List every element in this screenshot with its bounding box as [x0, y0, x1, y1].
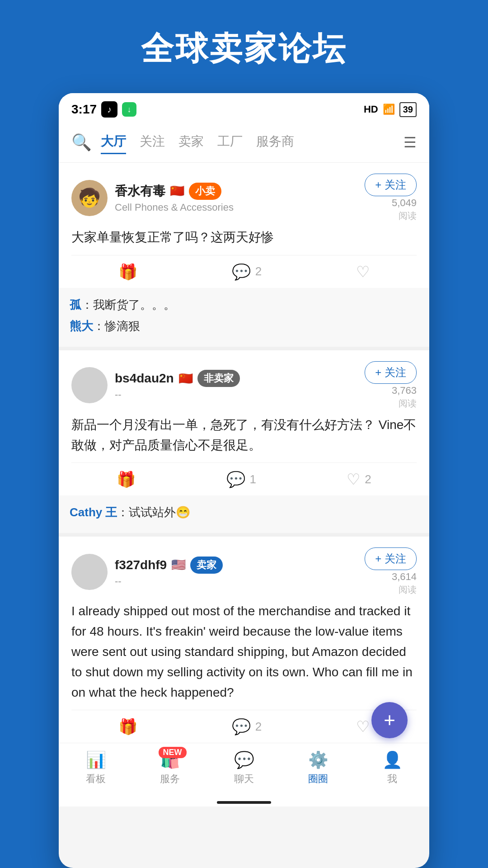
post-1-read-label: 阅读 — [399, 210, 417, 222]
post-1: 🧒 香水有毒 🇨🇳 小卖 Cell Phones & Accessories +… — [59, 163, 429, 350]
gift-icon-2: 🎁 — [117, 470, 136, 488]
kanban-icon: 📊 — [86, 750, 106, 769]
post-3-comment-btn[interactable]: 💬 2 — [232, 717, 262, 736]
notification-dot: ↓ — [122, 102, 136, 117]
post-1-follow-btn[interactable]: + 关注 — [365, 174, 417, 196]
comment-1-2-user: 熊大 — [70, 319, 93, 333]
post-3-username: f327dhf9 — [115, 558, 167, 572]
post-3-badge: 卖家 — [190, 557, 223, 574]
post-3-header: f327dhf9 🇺🇸 卖家 -- + 关注 3,614 阅读 — [71, 547, 417, 596]
status-time: 3:17 — [71, 102, 97, 117]
nav-tabs: 大厅 关注 卖家 工厂 服务商 — [101, 130, 399, 154]
fab-button[interactable]: + — [371, 702, 408, 738]
post-2-header: bs4dau2n 🇨🇳 非卖家 -- + 关注 3,763 阅读 — [71, 361, 417, 410]
comment-1-1-text: 我断货了。。。 — [93, 298, 175, 311]
post-2-like-btn[interactable]: ♡ 2 — [347, 470, 371, 488]
post-1-comments: 孤：我断货了。。。 熊大：惨滴狠 — [59, 288, 429, 347]
post-2-badge: 非卖家 — [197, 370, 240, 387]
post-3-gift-btn[interactable]: 🎁 — [118, 717, 137, 736]
bottom-nav-chat[interactable]: 💬 聊天 — [234, 750, 254, 786]
home-indicator — [217, 801, 271, 804]
chat-icon: 💬 — [234, 750, 254, 769]
status-right: HD 📶 39 — [364, 102, 417, 117]
comment-2-1-text: 试试站外😁 — [129, 505, 190, 519]
comment-1-1-user: 孤 — [70, 298, 81, 311]
battery-indicator: 39 — [399, 102, 417, 117]
post-1-content: 大家单量恢复正常了吗？这两天好惨 — [71, 227, 417, 248]
post-2-follow-btn[interactable]: + 关注 — [365, 361, 417, 384]
status-bar: 3:17 ♪ ↓ HD 📶 39 — [59, 93, 429, 122]
comment-2-1-user: Cathy 王 — [70, 505, 117, 519]
service-new-badge: NEW — [159, 747, 187, 758]
post-2-read-count: 3,763 — [392, 385, 417, 396]
post-1-read-count: 5,049 — [392, 197, 417, 209]
post-1-subtitle: Cell Phones & Accessories — [115, 202, 234, 213]
home-indicator-bar — [59, 797, 429, 807]
post-2-username: bs4dau2n — [115, 371, 174, 386]
chat-label: 聊天 — [234, 772, 254, 786]
comment-1-2-text: 惨滴狠 — [105, 319, 140, 333]
tab-factory[interactable]: 工厂 — [217, 130, 243, 154]
heart-icon-3: ♡ — [356, 717, 370, 736]
wifi-icon: 📶 — [383, 104, 395, 115]
comment-icon-3: 💬 — [232, 717, 251, 736]
bottom-nav: 📊 看板 🛍️ NEW 服务 💬 聊天 ⚙️ 圈圈 👤 我 — [59, 743, 429, 797]
post-1-like-btn[interactable]: ♡ — [356, 263, 370, 281]
bottom-nav-service[interactable]: 🛍️ NEW 服务 — [160, 750, 180, 786]
post-3-flag: 🇺🇸 — [171, 558, 186, 572]
nav-bar: 🔍 大厅 关注 卖家 工厂 服务商 ☰ — [59, 122, 429, 163]
bottom-nav-kanban[interactable]: 📊 看板 — [86, 750, 106, 786]
post-2-comments: Cathy 王：试试站外😁 — [59, 495, 429, 533]
post-1-badge: 小卖 — [189, 183, 221, 200]
comment-icon-2: 💬 — [226, 470, 245, 488]
post-1-username: 香水有毒 — [115, 183, 165, 200]
post-2-comment-btn[interactable]: 💬 1 — [226, 470, 256, 488]
post-3-subtitle: -- — [115, 576, 223, 587]
post-3-like-btn[interactable]: ♡ — [356, 717, 370, 736]
bottom-nav-circle[interactable]: ⚙️ 圈圈 — [308, 750, 328, 786]
post-2-content: 新品一个月没有出一单，急死了，有没有什么好方法？ Vine不敢做，对产品质量信心… — [71, 415, 417, 456]
post-1-gift-btn[interactable]: 🎁 — [118, 263, 137, 281]
signal-icon: HD — [364, 104, 378, 115]
kanban-label: 看板 — [86, 772, 106, 786]
post-2-gift-btn[interactable]: 🎁 — [117, 470, 136, 488]
post-1-flag: 🇨🇳 — [170, 184, 184, 198]
search-icon[interactable]: 🔍 — [71, 133, 92, 152]
post-1-actions: 🎁 💬 2 ♡ — [71, 255, 417, 288]
tab-service[interactable]: 服务商 — [256, 130, 294, 154]
post-2-avatar — [71, 367, 108, 403]
comment-icon: 💬 — [232, 263, 251, 281]
comment-2-1: Cathy 王：试试站外😁 — [70, 504, 418, 521]
post-2-comment-count: 1 — [250, 472, 256, 486]
tiktok-icon: ♪ — [101, 101, 117, 118]
post-3-avatar — [71, 554, 108, 590]
gift-icon-3: 🎁 — [118, 717, 137, 736]
post-3: f327dhf9 🇺🇸 卖家 -- + 关注 3,614 阅读 I alread… — [59, 537, 429, 743]
post-2-subtitle: -- — [115, 389, 240, 401]
post-3-follow-btn[interactable]: + 关注 — [365, 547, 417, 570]
status-left: 3:17 ♪ ↓ — [71, 101, 136, 118]
bottom-nav-me[interactable]: 👤 我 — [382, 750, 403, 786]
post-3-actions: 🎁 💬 2 ♡ + — [71, 710, 417, 743]
page-title: 全球卖家论坛 — [141, 0, 347, 93]
post-3-read-label: 阅读 — [399, 584, 417, 596]
circle-label: 圈圈 — [308, 772, 328, 786]
post-3-read-count: 3,614 — [392, 571, 417, 583]
me-icon: 👤 — [382, 750, 403, 769]
post-1-header: 🧒 香水有毒 🇨🇳 小卖 Cell Phones & Accessories +… — [71, 174, 417, 222]
tab-dahall[interactable]: 大厅 — [101, 130, 126, 154]
menu-icon[interactable]: ☰ — [404, 134, 417, 151]
circle-icon: ⚙️ — [308, 750, 328, 769]
post-1-comment-btn[interactable]: 💬 2 — [232, 263, 262, 281]
comment-1-1: 孤：我断货了。。。 — [70, 296, 418, 314]
comment-1-2: 熊大：惨滴狠 — [70, 317, 418, 335]
post-2-actions: 🎁 💬 1 ♡ 2 — [71, 462, 417, 495]
tab-follow[interactable]: 关注 — [140, 130, 165, 154]
tab-seller[interactable]: 卖家 — [178, 130, 204, 154]
heart-icon: ♡ — [356, 263, 370, 281]
me-label: 我 — [387, 772, 397, 786]
post-2: bs4dau2n 🇨🇳 非卖家 -- + 关注 3,763 阅读 新品一个月没有… — [59, 350, 429, 537]
post-2-like-count: 2 — [365, 472, 371, 486]
post-3-content: I already shipped out most of the mercha… — [71, 601, 417, 703]
post-2-read-label: 阅读 — [399, 397, 417, 410]
